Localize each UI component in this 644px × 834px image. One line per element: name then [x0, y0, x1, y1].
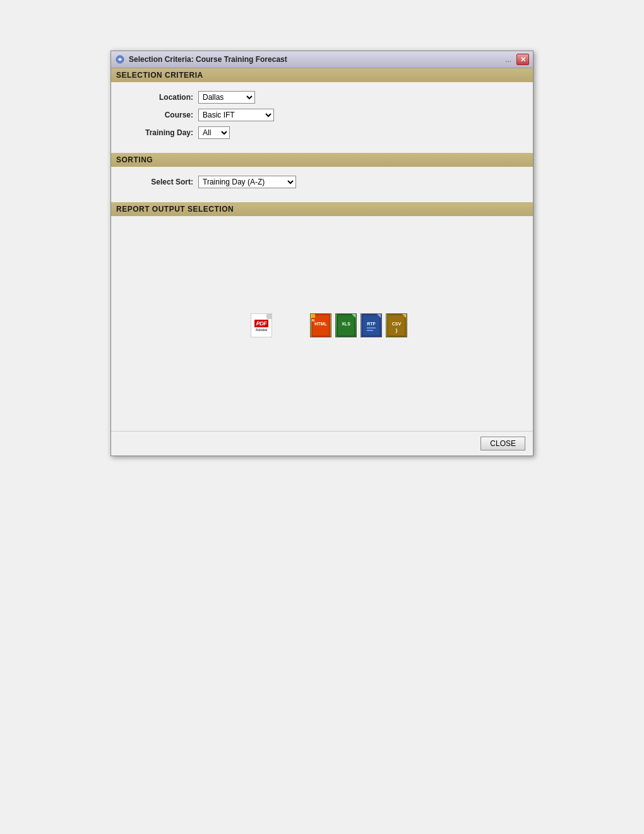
html-icon: HTML N [310, 313, 331, 337]
location-row: Location: Dallas Austin Houston [124, 91, 520, 104]
report-output-content: PDF Adobe HTML N [111, 216, 533, 431]
bottom-bar: CLOSE [111, 431, 533, 456]
location-label: Location: [124, 93, 193, 102]
svg-text:}: } [395, 327, 397, 333]
rtf-icon-wrapper[interactable]: RTF [360, 314, 383, 337]
training-day-label: Training Day: [124, 128, 193, 137]
svg-text:HTML: HTML [314, 322, 327, 326]
title-bar-controls: ... ✕ [505, 54, 529, 65]
pdf-icon: PDF Adobe [251, 313, 272, 337]
sorting-content: Select Sort: Training Day (A-Z) Training… [111, 167, 533, 202]
sort-select[interactable]: Training Day (A-Z) Training Day (Z-A) Lo… [198, 176, 296, 188]
dialog-window: Selection Criteria: Course Training Fore… [110, 51, 534, 456]
course-label: Course: [124, 111, 193, 119]
pdf-icon-wrapper[interactable]: PDF Adobe [250, 314, 273, 337]
dialog-body: SELECTION CRITERIA Location: Dallas Aust… [111, 68, 533, 456]
svg-marker-4 [311, 314, 315, 318]
pdf-logo-text: PDF [254, 320, 269, 327]
csv-icon: CSV } [386, 313, 407, 337]
csv-icon-wrapper[interactable]: CSV } [385, 314, 408, 337]
title-bar: Selection Criteria: Course Training Fore… [111, 51, 533, 68]
svg-text:N: N [312, 318, 314, 322]
training-day-row: Training Day: All Monday Tuesday Wednesd… [124, 126, 520, 139]
svg-text:CSV: CSV [392, 322, 402, 326]
course-select[interactable]: Basic IFT Advanced IFT [198, 109, 274, 121]
selection-criteria-content: Location: Dallas Austin Houston Course: … [111, 82, 533, 153]
output-icons-container: PDF Adobe HTML N [250, 314, 408, 337]
window-icon [115, 54, 125, 64]
html-icon-wrapper[interactable]: HTML N [309, 314, 332, 337]
sort-row: Select Sort: Training Day (A-Z) Training… [124, 176, 520, 188]
close-button[interactable]: CLOSE [480, 437, 525, 450]
window-close-button[interactable]: ✕ [516, 54, 529, 65]
window-title: Selection Criteria: Course Training Fore… [129, 55, 287, 64]
sorting-header: SORTING [111, 153, 533, 167]
report-output-header: REPORT OUTPUT SELECTION [111, 202, 533, 216]
svg-text:RTF: RTF [367, 322, 376, 326]
title-bar-left: Selection Criteria: Course Training Fore… [115, 54, 287, 64]
adobe-text: Adobe [256, 328, 268, 332]
selection-criteria-header: SELECTION CRITERIA [111, 68, 533, 82]
xls-icon-wrapper[interactable]: XLS [335, 314, 357, 337]
title-dots: ... [505, 55, 511, 64]
svg-text:XLS: XLS [342, 322, 350, 326]
course-row: Course: Basic IFT Advanced IFT [124, 109, 520, 121]
training-day-select[interactable]: All Monday Tuesday Wednesday Thursday Fr… [198, 126, 230, 139]
sort-label: Select Sort: [124, 178, 193, 186]
xls-icon: XLS [335, 313, 357, 337]
rtf-icon: RTF [361, 313, 382, 337]
location-select[interactable]: Dallas Austin Houston [198, 91, 255, 104]
